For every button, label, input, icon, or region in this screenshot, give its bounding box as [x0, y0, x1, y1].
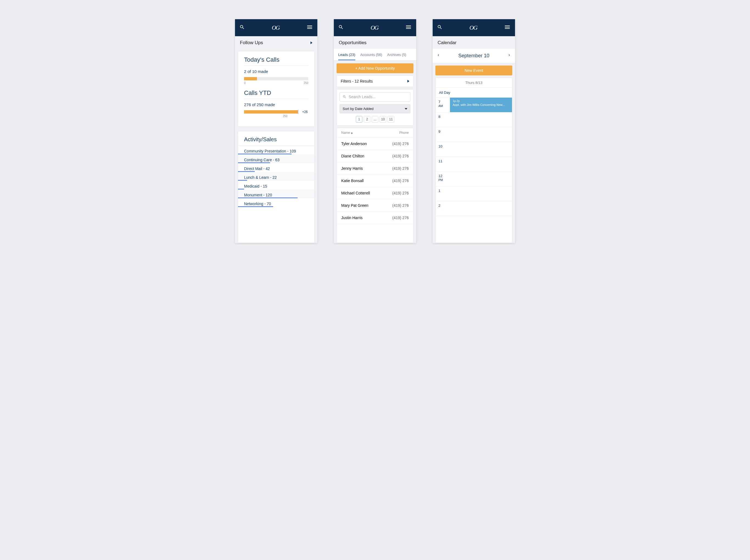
search-panel: Search Leads... Sort by Date Added 12...… — [337, 89, 413, 126]
hour-row[interactable]: 7AM1p-2pAppt. with Jim Willis Concerning… — [436, 98, 512, 112]
hour-row[interactable]: 8 — [436, 112, 512, 127]
section-header: Calendar — [433, 36, 515, 49]
next-day-button[interactable] — [507, 53, 511, 59]
calendar-grid: Thurs 8/13 All Day 7AM1p-2pAppt. with Ji… — [435, 78, 512, 243]
activity-row[interactable]: Lunch & Learn - 22 — [238, 172, 314, 181]
table-row[interactable]: Michael Cotterell(419) 276 — [337, 187, 413, 200]
tab[interactable]: Accounts (56) — [360, 53, 382, 60]
calls-ytd-stat: 276 of 250 made — [244, 102, 308, 107]
over-badge: +26 — [302, 110, 308, 114]
page-button[interactable]: 11 — [388, 116, 394, 123]
activity-row[interactable]: Monument - 120 — [238, 189, 314, 198]
section-header: Opportunities — [334, 36, 416, 49]
hour-row[interactable]: 11 — [436, 157, 512, 172]
leads-table: Name ◆ Phone Tyler Anderson(419) 276Dian… — [337, 128, 413, 243]
activity-row[interactable]: Medicaid - 15 — [238, 181, 314, 189]
page-button[interactable]: 1 — [356, 116, 362, 123]
hamburger-icon[interactable] — [504, 24, 511, 32]
hour-row[interactable]: 12PM — [436, 172, 512, 186]
hour-row[interactable]: 10 — [436, 142, 512, 157]
logo: OG — [470, 24, 477, 31]
todays-calls-progress: 0 250 — [244, 77, 308, 84]
calls-ytd-title: Calls YTD — [244, 89, 308, 99]
section-title: Follow Ups — [240, 40, 263, 45]
page-button[interactable]: 2 — [364, 116, 370, 123]
activity-row[interactable]: Direct Mail - 42 — [238, 163, 314, 172]
table-row[interactable]: Jenny Harris(419) 276 — [337, 162, 413, 175]
search-icon[interactable] — [239, 24, 245, 31]
new-event-button[interactable]: New Event — [435, 65, 512, 76]
activity-row[interactable]: Continuing Care - 63 — [238, 154, 314, 163]
topbar: OG — [235, 19, 317, 36]
hour-row[interactable]: 1 — [436, 186, 512, 201]
activity-card: Activity/Sales Community Presentation - … — [238, 131, 315, 243]
tabs: Leads (23)Accounts (56)Archives (5) — [334, 49, 416, 61]
search-icon[interactable] — [338, 24, 344, 31]
todays-calls-stat: 2 of 10 made — [244, 69, 308, 74]
page-button[interactable]: 10 — [380, 116, 386, 123]
prev-day-button[interactable] — [436, 53, 440, 59]
calls-ytd-progress: +26 250 — [244, 110, 308, 118]
tab[interactable]: Archives (5) — [387, 53, 406, 60]
pagination: 12...1011 — [340, 116, 410, 123]
section-title: Calendar — [438, 40, 456, 45]
chevron-down-icon — [404, 108, 408, 110]
calendar-screen: OG Calendar September 10 New Event Thurs… — [433, 19, 515, 243]
opportunities-screen: OG Opportunities Leads (23)Accounts (56)… — [334, 19, 416, 243]
calls-card: Today's Calls 2 of 10 made 0 250 Calls Y… — [238, 51, 315, 127]
expand-icon — [408, 80, 409, 83]
table-row[interactable]: Justin Harris(419) 276 — [337, 212, 413, 224]
hamburger-icon[interactable] — [307, 24, 313, 32]
activity-row[interactable]: Community Presentation - 109 — [238, 146, 314, 154]
followups-screen: OG Follow Ups Today's Calls 2 of 10 made… — [235, 19, 317, 243]
logo: OG — [272, 24, 279, 31]
day-header: Thurs 8/13 — [436, 78, 512, 88]
page-button[interactable]: ... — [372, 116, 378, 123]
filter-bar[interactable]: Filters - 12 Results — [337, 76, 413, 87]
date-nav: September 10 — [433, 49, 515, 63]
table-row[interactable]: Tyler Anderson(419) 276 — [337, 138, 413, 150]
col-name[interactable]: Name ◆ — [341, 131, 353, 134]
add-opportunity-button[interactable]: + Add New Opportunity — [337, 63, 413, 73]
search-input[interactable]: Search Leads... — [340, 92, 410, 102]
topbar: OG — [334, 19, 416, 36]
section-title: Opportunities — [339, 40, 367, 45]
table-row[interactable]: Diane Chilton(419) 276 — [337, 150, 413, 162]
hour-row[interactable]: 9 — [436, 127, 512, 142]
sort-select[interactable]: Sort by Date Added — [340, 104, 410, 113]
col-phone[interactable]: Phone — [399, 131, 409, 134]
expand-icon[interactable] — [311, 41, 312, 44]
section-header[interactable]: Follow Ups — [235, 36, 317, 49]
all-day-row[interactable]: All Day — [436, 88, 512, 98]
activity-title: Activity/Sales — [238, 136, 314, 146]
activity-row[interactable]: Networking - 70 — [238, 198, 314, 207]
tab[interactable]: Leads (23) — [338, 53, 355, 60]
logo: OG — [371, 24, 378, 31]
hamburger-icon[interactable] — [405, 24, 412, 32]
table-row[interactable]: Katie Bonsall(419) 276 — [337, 175, 413, 187]
todays-calls-title: Today's Calls — [244, 56, 308, 66]
date-title: September 10 — [458, 53, 489, 59]
table-row[interactable]: Mary Pat Green(419) 276 — [337, 200, 413, 212]
search-icon[interactable] — [437, 24, 442, 31]
topbar: OG — [433, 19, 515, 36]
calendar-event[interactable]: 1p-2pAppt. with Jim Willis Concerning Ne… — [450, 98, 512, 112]
hour-row[interactable]: 2 — [436, 201, 512, 216]
